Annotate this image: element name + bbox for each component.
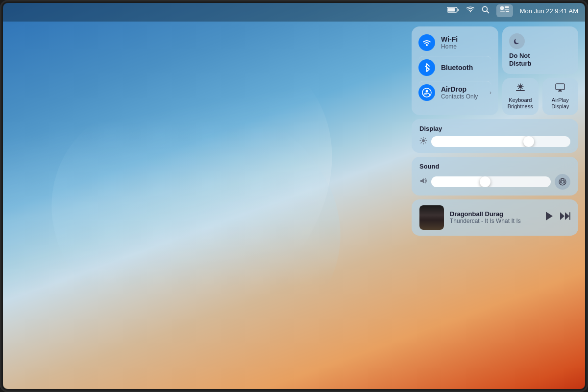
airplay-display-button[interactable]: AirPlay Display xyxy=(542,78,579,115)
svg-point-25 xyxy=(422,139,425,142)
svg-marker-38 xyxy=(565,212,569,220)
brightness-fill xyxy=(431,136,529,147)
control-center-panel: Wi-Fi Home Bluetooth xyxy=(412,26,578,236)
wifi-text: Wi-Fi Home xyxy=(441,35,491,50)
keyboard-brightness-button[interactable]: Keyboard Brightness xyxy=(502,78,539,115)
dnd-moon-icon xyxy=(509,33,525,49)
volume-icon xyxy=(419,177,427,186)
svg-rect-7 xyxy=(505,9,509,10)
bluetooth-label: Bluetooth xyxy=(441,64,491,72)
bluetooth-text: Bluetooth xyxy=(441,64,491,72)
small-buttons-row: Keyboard Brightness AirPlay Display xyxy=(502,78,578,115)
airdrop-subtitle: Contacts Only xyxy=(441,93,484,100)
svg-line-20 xyxy=(521,85,522,85)
album-art-image xyxy=(419,205,444,230)
svg-line-21 xyxy=(518,88,519,89)
track-info: Dragonball Durag Thundercat - It Is What… xyxy=(450,210,539,224)
svg-rect-5 xyxy=(500,6,504,10)
airdrop-text: AirDrop Contacts Only xyxy=(441,85,484,100)
svg-rect-2 xyxy=(447,8,455,12)
brightness-thumb xyxy=(523,136,534,147)
svg-point-35 xyxy=(561,180,564,183)
brightness-slider[interactable] xyxy=(431,136,570,147)
battery-icon xyxy=(447,6,459,15)
svg-line-30 xyxy=(421,138,421,139)
airdrop-arrow-icon: › xyxy=(490,89,491,96)
bluetooth-icon-circle xyxy=(418,59,435,76)
album-art xyxy=(419,205,444,230)
display-panel: Display xyxy=(412,119,578,153)
svg-rect-39 xyxy=(569,212,570,220)
keyboard-brightness-label: Keyboard Brightness xyxy=(508,97,533,110)
svg-point-12 xyxy=(426,90,428,93)
wifi-item[interactable]: Wi-Fi Home xyxy=(418,31,491,54)
menubar-wifi-icon[interactable] xyxy=(466,6,475,15)
keyboard-brightness-icon xyxy=(515,83,526,94)
top-section: Wi-Fi Home Bluetooth xyxy=(412,26,578,115)
bluetooth-item[interactable]: Bluetooth xyxy=(418,56,491,79)
svg-point-10 xyxy=(426,44,428,46)
svg-point-13 xyxy=(519,85,522,88)
control-center-icon[interactable] xyxy=(496,4,513,17)
sound-panel: Sound xyxy=(412,157,578,196)
svg-line-31 xyxy=(425,143,426,143)
sound-title: Sound xyxy=(419,163,570,170)
svg-rect-1 xyxy=(458,9,459,11)
do-not-disturb-button[interactable]: Do Not Disturb xyxy=(502,26,578,74)
track-title: Dragonball Durag xyxy=(450,210,539,218)
airdrop-label: AirDrop xyxy=(441,85,484,93)
svg-line-18 xyxy=(518,85,519,85)
brightness-icon xyxy=(419,137,427,146)
dnd-label: Do Not Disturb xyxy=(509,52,532,67)
volume-slider[interactable] xyxy=(431,176,551,187)
svg-rect-9 xyxy=(506,11,509,12)
svg-rect-8 xyxy=(500,11,505,12)
svg-line-33 xyxy=(421,143,421,143)
sound-output-button[interactable] xyxy=(555,174,570,190)
wifi-icon-circle xyxy=(418,34,435,51)
volume-fill xyxy=(431,176,485,187)
fast-forward-button[interactable] xyxy=(560,212,570,223)
brightness-slider-container xyxy=(419,136,570,147)
svg-rect-6 xyxy=(505,6,509,8)
airplay-display-label: AirPlay Display xyxy=(551,97,569,110)
svg-rect-22 xyxy=(516,90,525,91)
svg-marker-37 xyxy=(560,212,564,220)
svg-line-32 xyxy=(425,138,426,139)
volume-row xyxy=(419,174,570,190)
display-title: Display xyxy=(419,125,570,132)
connectivity-panel: Wi-Fi Home Bluetooth xyxy=(412,26,498,115)
airdrop-icon-circle xyxy=(418,84,435,101)
wifi-label: Wi-Fi xyxy=(441,35,491,43)
svg-point-11 xyxy=(422,88,431,97)
playback-controls xyxy=(545,211,570,223)
play-button[interactable] xyxy=(545,211,554,223)
svg-line-19 xyxy=(521,88,522,89)
track-artist: Thundercat - It Is What It Is xyxy=(450,218,539,224)
right-column: Do Not Disturb xyxy=(502,26,578,115)
volume-thumb xyxy=(480,176,490,187)
svg-point-3 xyxy=(482,7,487,12)
wifi-subtitle: Home xyxy=(441,43,491,50)
svg-line-4 xyxy=(487,11,489,14)
svg-rect-23 xyxy=(556,84,564,90)
menu-bar: Mon Jun 22 9:41 AM xyxy=(0,0,588,22)
search-icon[interactable] xyxy=(482,6,490,16)
now-playing-panel: Dragonball Durag Thundercat - It Is What… xyxy=(412,199,578,236)
menubar-datetime: Mon Jun 22 9:41 AM xyxy=(520,7,578,15)
airdrop-item[interactable]: AirDrop Contacts Only › xyxy=(418,81,491,104)
svg-marker-36 xyxy=(546,212,553,220)
airplay-display-icon xyxy=(555,83,565,94)
